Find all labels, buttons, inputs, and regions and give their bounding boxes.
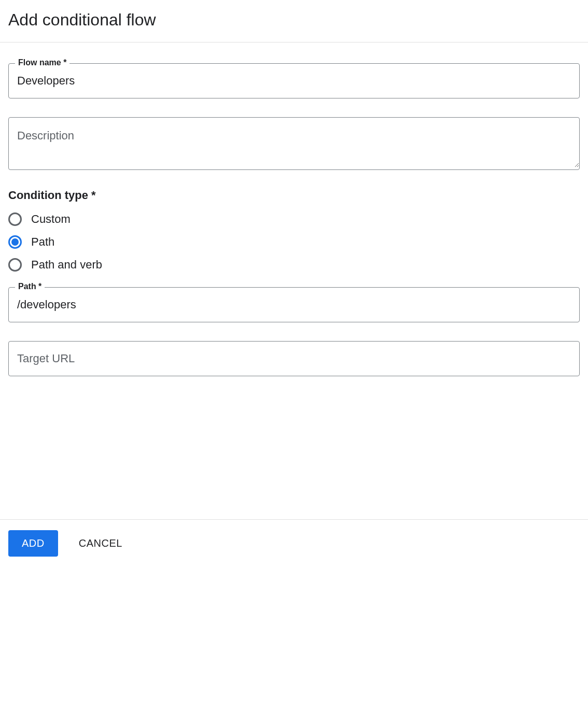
radio-option-custom[interactable]: Custom (8, 212, 580, 226)
description-outline (8, 117, 580, 170)
add-button[interactable]: ADD (8, 530, 58, 557)
radio-option-path[interactable]: Path (8, 235, 580, 249)
radio-label: Custom (31, 212, 71, 226)
description-input[interactable] (9, 118, 579, 167)
target-url-outline (8, 341, 580, 376)
radio-label: Path (31, 235, 54, 249)
path-outline: Path * (8, 287, 580, 322)
flow-name-input[interactable] (9, 64, 579, 98)
radio-icon (8, 212, 22, 226)
flow-name-outline: Flow name * (8, 63, 580, 98)
flow-name-label: Flow name * (15, 58, 69, 67)
cancel-button[interactable]: CANCEL (75, 530, 127, 557)
description-field-wrapper (8, 117, 580, 170)
radio-icon (8, 258, 22, 272)
dialog-header: Add conditional flow (0, 0, 588, 42)
radio-icon (8, 235, 22, 249)
path-input[interactable] (9, 288, 579, 322)
condition-type-radio-group: Custom Path Path and verb (8, 212, 580, 272)
path-field-wrapper: Path * (8, 287, 580, 322)
target-url-field-wrapper (8, 341, 580, 376)
path-label: Path * (15, 282, 45, 291)
target-url-input[interactable] (9, 342, 579, 376)
dialog-content: Flow name * Condition type * Custom Path… (0, 42, 588, 385)
radio-label: Path and verb (31, 258, 102, 272)
flow-name-field-wrapper: Flow name * (8, 63, 580, 98)
condition-type-label: Condition type * (8, 189, 580, 202)
radio-option-path-and-verb[interactable]: Path and verb (8, 258, 580, 272)
dialog-footer: ADD CANCEL (0, 519, 588, 567)
dialog-title: Add conditional flow (8, 10, 580, 30)
